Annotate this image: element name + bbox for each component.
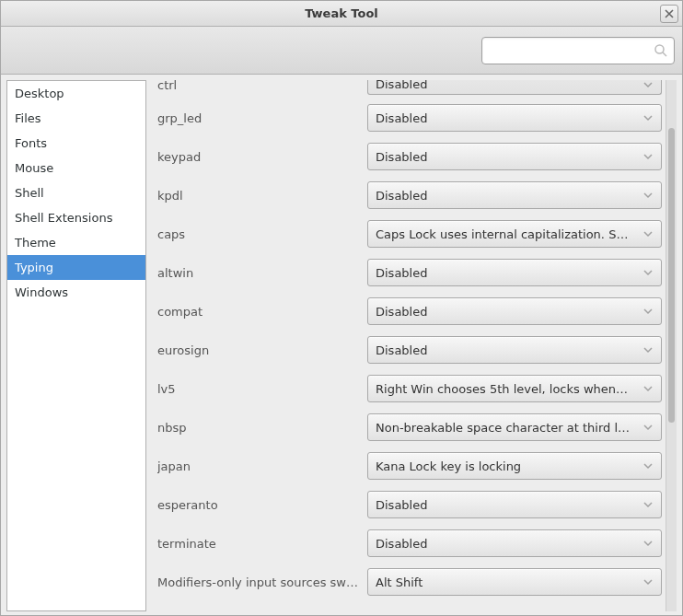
- setting-label: Modifiers-only input sources swit…: [157, 575, 367, 589]
- setting-value: Disabled: [376, 111, 637, 125]
- chevron-down-icon: [642, 190, 654, 201]
- sidebar-item-files[interactable]: Files: [7, 106, 145, 131]
- setting-row: Modifiers-only input sources swit… Alt S…: [152, 563, 664, 601]
- chevron-down-icon: [642, 460, 654, 471]
- content: Desktop Files Fonts Mouse Shell Shell Ex…: [1, 75, 682, 616]
- setting-label: terminate: [157, 537, 367, 551]
- sidebar-item-shell-extensions[interactable]: Shell Extensions: [7, 205, 145, 230]
- settings-list: ctrl Disabled grp_led Disabled keypad: [152, 80, 664, 601]
- chevron-down-icon: [642, 306, 654, 317]
- setting-label: ctrl: [157, 80, 367, 92]
- setting-row: grp_led Disabled: [152, 99, 664, 137]
- setting-row: ctrl Disabled: [152, 80, 664, 99]
- setting-label: compat: [157, 305, 367, 319]
- chevron-down-icon: [642, 576, 654, 587]
- setting-row: nbsp Non-breakable space character at th…: [152, 408, 664, 447]
- scrollbar-thumb[interactable]: [668, 128, 675, 423]
- setting-select-caps[interactable]: Caps Lock uses internal capitalization. …: [367, 220, 662, 248]
- sidebar-item-theme[interactable]: Theme: [7, 230, 145, 255]
- setting-label: grp_led: [157, 111, 367, 125]
- scrollbar[interactable]: [666, 80, 677, 611]
- setting-value: Non-breakable space character at third l…: [376, 421, 637, 435]
- setting-value: Disabled: [376, 343, 637, 357]
- setting-value: Disabled: [376, 80, 637, 91]
- chevron-down-icon: [642, 80, 654, 90]
- close-button[interactable]: [660, 5, 678, 23]
- setting-label: lv5: [157, 382, 367, 396]
- setting-select-japan[interactable]: Kana Lock key is locking: [367, 452, 662, 480]
- sidebar-item-shell[interactable]: Shell: [7, 180, 145, 205]
- setting-value: Disabled: [376, 150, 637, 164]
- sidebar-item-typing[interactable]: Typing: [7, 255, 145, 280]
- chevron-down-icon: [642, 422, 654, 433]
- search-input[interactable]: [488, 43, 654, 57]
- setting-select-compat[interactable]: Disabled: [367, 297, 662, 325]
- setting-value: Disabled: [376, 266, 637, 280]
- setting-value: Alt Shift: [376, 575, 637, 589]
- setting-select-lv5[interactable]: Right Win chooses 5th level, locks when…: [367, 375, 662, 402]
- setting-label: eurosign: [157, 343, 367, 357]
- svg-point-0: [655, 45, 664, 53]
- sidebar-item-mouse[interactable]: Mouse: [7, 156, 145, 180]
- setting-select-esperanto[interactable]: Disabled: [367, 491, 662, 518]
- svg-line-1: [663, 52, 666, 56]
- settings-scroll: ctrl Disabled grp_led Disabled keypad: [152, 80, 666, 611]
- chevron-down-icon: [642, 151, 654, 162]
- setting-select-keypad[interactable]: Disabled: [367, 143, 662, 170]
- setting-row: eurosign Disabled: [152, 331, 664, 369]
- setting-label: nbsp: [157, 421, 367, 435]
- close-icon: [665, 9, 674, 18]
- setting-row: kpdl Disabled: [152, 176, 664, 215]
- setting-value: Disabled: [376, 305, 637, 319]
- chevron-down-icon: [642, 344, 654, 355]
- setting-label: caps: [157, 227, 367, 241]
- setting-row: compat Disabled: [152, 292, 664, 331]
- chevron-down-icon: [642, 228, 654, 239]
- setting-row: japan Kana Lock key is locking: [152, 447, 664, 485]
- setting-select-nbsp[interactable]: Non-breakable space character at third l…: [367, 413, 662, 441]
- titlebar: Tweak Tool: [1, 1, 682, 27]
- setting-row: caps Caps Lock uses internal capitalizat…: [152, 215, 664, 253]
- setting-value: Disabled: [376, 189, 637, 203]
- setting-select-eurosign[interactable]: Disabled: [367, 336, 662, 364]
- setting-select-terminate[interactable]: Disabled: [367, 529, 662, 557]
- sidebar-item-windows[interactable]: Windows: [7, 280, 145, 305]
- setting-row: altwin Disabled: [152, 253, 664, 292]
- chevron-down-icon: [642, 112, 654, 123]
- search-box[interactable]: [481, 37, 675, 64]
- sidebar-item-fonts[interactable]: Fonts: [7, 131, 145, 156]
- setting-label: kpdl: [157, 189, 367, 203]
- setting-row: keypad Disabled: [152, 137, 664, 176]
- main-panel: ctrl Disabled grp_led Disabled keypad: [152, 80, 677, 611]
- chevron-down-icon: [642, 383, 654, 394]
- setting-row: esperanto Disabled: [152, 485, 664, 524]
- chevron-down-icon: [642, 538, 654, 549]
- chevron-down-icon: [642, 267, 654, 278]
- setting-label: japan: [157, 459, 367, 473]
- setting-select-kpdl[interactable]: Disabled: [367, 181, 662, 209]
- sidebar-item-desktop[interactable]: Desktop: [7, 81, 145, 106]
- setting-select-grp-led[interactable]: Disabled: [367, 104, 662, 132]
- search-icon: [654, 43, 668, 58]
- setting-value: Disabled: [376, 498, 637, 512]
- setting-row: terminate Disabled: [152, 524, 664, 563]
- setting-label: esperanto: [157, 498, 367, 512]
- toolbar: [1, 27, 682, 75]
- sidebar: Desktop Files Fonts Mouse Shell Shell Ex…: [6, 80, 146, 611]
- setting-value: Caps Lock uses internal capitalization. …: [376, 227, 637, 241]
- setting-label: altwin: [157, 266, 367, 280]
- setting-select-modifiers-only[interactable]: Alt Shift: [367, 568, 662, 596]
- setting-label: keypad: [157, 150, 367, 164]
- chevron-down-icon: [642, 499, 654, 510]
- window-title: Tweak Tool: [305, 6, 378, 20]
- setting-value: Disabled: [376, 537, 637, 551]
- setting-row: lv5 Right Win chooses 5th level, locks w…: [152, 369, 664, 408]
- setting-select-ctrl[interactable]: Disabled: [367, 80, 662, 95]
- setting-value: Right Win chooses 5th level, locks when…: [376, 382, 637, 396]
- setting-value: Kana Lock key is locking: [376, 459, 637, 473]
- setting-select-altwin[interactable]: Disabled: [367, 259, 662, 286]
